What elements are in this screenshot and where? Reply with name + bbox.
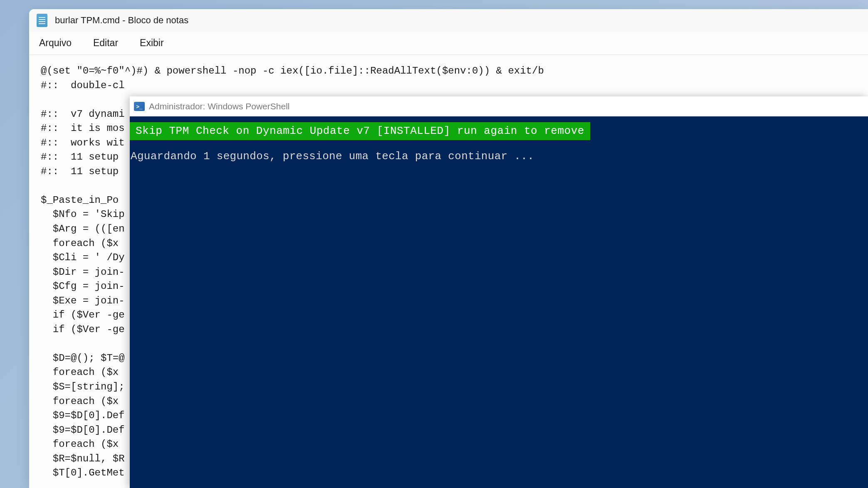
- code-line: #:: v7 dynami: [41, 108, 125, 120]
- code-line: #:: it is mos: [41, 123, 125, 134]
- code-line: foreach ($x: [41, 238, 119, 249]
- code-line: $Arg = (([en: [41, 223, 125, 234]
- code-line: $D=@(); $T=@: [41, 352, 125, 364]
- powershell-titlebar[interactable]: >_ Administrador: Windows PowerShell: [130, 96, 868, 116]
- notepad-menubar: Arquivo Editar Exibir: [29, 32, 868, 55]
- code-line: if ($Ver -ge: [41, 309, 125, 320]
- code-line: $Cfg = join-: [41, 281, 125, 292]
- code-line: $Dir = join-: [41, 266, 125, 278]
- ps-status-line: Skip TPM Check on Dynamic Update v7 [INS…: [130, 122, 590, 140]
- ps-wait-line: Aguardando 1 segundos, pressione uma tec…: [130, 148, 868, 165]
- powershell-window: >_ Administrador: Windows PowerShell Ski…: [130, 96, 868, 488]
- code-line: $S=[string];: [41, 381, 125, 392]
- powershell-app-icon: >_: [134, 102, 145, 111]
- code-line: #:: 11 setup: [41, 166, 119, 177]
- notepad-titlebar[interactable]: burlar TPM.cmd - Bloco de notas: [29, 9, 868, 32]
- powershell-console[interactable]: Skip TPM Check on Dynamic Update v7 [INS…: [130, 116, 868, 165]
- code-line: $T[0].GetMet: [41, 467, 125, 478]
- code-line: #:: works wit: [41, 137, 125, 148]
- code-line: #:: double-cl: [41, 80, 125, 91]
- code-line: $Nfo = 'Skip: [41, 209, 125, 220]
- powershell-title: Administrador: Windows PowerShell: [149, 101, 289, 111]
- code-line: $R=$null, $R: [41, 453, 125, 464]
- menu-file[interactable]: Arquivo: [39, 37, 72, 49]
- code-line: #:: 11 setup: [41, 151, 119, 163]
- menu-view[interactable]: Exibir: [140, 37, 164, 49]
- code-line: foreach ($x: [41, 439, 119, 450]
- notepad-title: burlar TPM.cmd - Bloco de notas: [55, 15, 188, 26]
- code-line: if ($Ver -ge: [41, 324, 125, 335]
- code-line: foreach ($x: [41, 367, 119, 378]
- code-line: $Exe = join-: [41, 295, 125, 306]
- code-line: $9=$D[0].Def: [41, 410, 125, 421]
- code-line: $_Paste_in_Po: [41, 195, 119, 206]
- code-line: foreach ($x: [41, 396, 119, 407]
- code-line: @(set "0=%~f0"^)#) & powershell -nop -c …: [41, 65, 544, 76]
- code-line: $Cli = ' /Dy: [41, 252, 125, 263]
- menu-edit[interactable]: Editar: [93, 37, 118, 49]
- code-line: $9=$D[0].Def: [41, 424, 125, 436]
- notepad-app-icon: [37, 14, 47, 27]
